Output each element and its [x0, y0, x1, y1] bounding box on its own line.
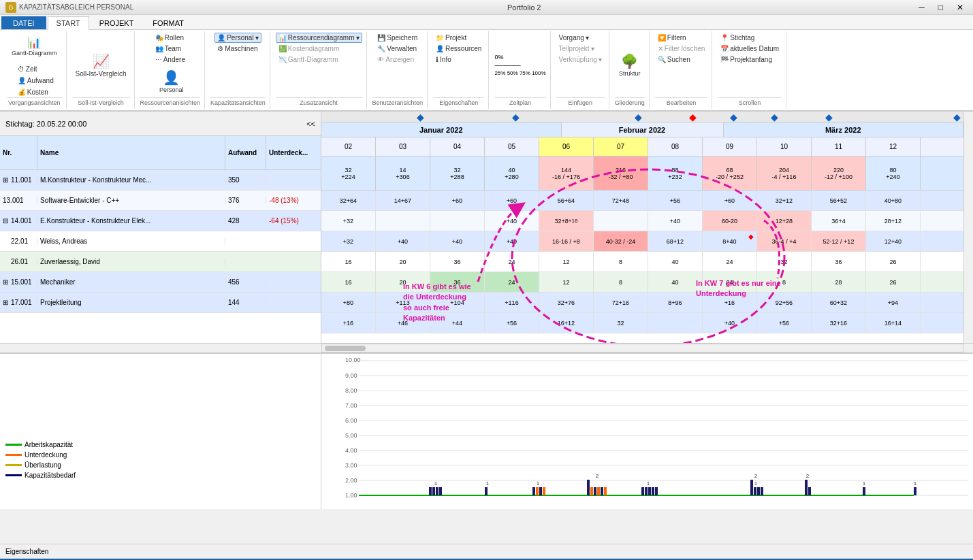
- stichtag-back-btn[interactable]: <<: [306, 120, 315, 128]
- struktur-button[interactable]: 🌳 Struktur: [616, 51, 644, 79]
- svg-text:2.00: 2.00: [345, 477, 357, 484]
- projekt-btn[interactable]: 📁 Projekt: [433, 33, 484, 43]
- window-title: Portfolio 2: [507, 3, 541, 12]
- ribbon-group-benutzer: 💾 Speichern 🔧 Verwalten 👁 Anzeigen Benut…: [368, 31, 428, 109]
- table-row[interactable]: 13.001 Software-Entwickler - C++ 376 -48…: [0, 191, 321, 211]
- table-row[interactable]: ⊞11.001 M.Konstrukteur - Konstrukteur Me…: [0, 170, 321, 191]
- horizontal-scrollbar[interactable]: [0, 343, 973, 352]
- table-row[interactable]: 26.01 Zuverlaessig, David: [0, 252, 321, 272]
- group-label-zeitplan: Zeitplan: [494, 97, 545, 108]
- gantt-btn2[interactable]: 📉 Gantt-Diagramm: [276, 54, 362, 65]
- speichern-button[interactable]: 💾 Speichern: [374, 33, 420, 43]
- month-header: Januar 2022 Februar 2022 März 2022: [321, 122, 963, 137]
- rollen-icon: 🎭: [155, 34, 163, 42]
- svg-rect-31: [532, 487, 535, 495]
- tab-start[interactable]: START: [48, 16, 89, 30]
- aktuelles-datum-btn[interactable]: 📅 aktuelles Datum: [718, 44, 782, 54]
- aufwand-button[interactable]: 👤 Aufwand: [15, 76, 57, 86]
- col-header-aufwand: Aufwand: [225, 136, 266, 169]
- projektanfang-btn[interactable]: 🏁 Projektanfang: [718, 54, 782, 65]
- diamond-marker-blue6: ◆: [825, 112, 833, 122]
- aufwand-icon: 👤: [18, 77, 26, 84]
- grid-row: +32 +40 +40 +40 16-16 / +8 40-32 / -24 6…: [321, 231, 963, 252]
- sum-10: 204-4 / +116: [757, 157, 812, 190]
- expand-icon[interactable]: ⊟: [3, 217, 8, 225]
- svg-text:1: 1: [914, 480, 917, 487]
- vorgang-btn[interactable]: Vorgang ▾: [556, 33, 605, 43]
- filterloeschen-button[interactable]: ✕ Filter löschen: [655, 44, 707, 54]
- group-label-eigenschaften: Eigenschaften: [433, 97, 484, 108]
- expand-icon[interactable]: ⊞: [3, 299, 8, 306]
- verknuepfung-btn[interactable]: Verknüpfung ▾: [556, 54, 605, 65]
- scrollbar-thumb[interactable]: [325, 346, 366, 351]
- maximize-button[interactable]: □: [934, 1, 947, 14]
- svg-text:10.00: 10.00: [345, 357, 361, 363]
- team-button[interactable]: 👥 START Team: [153, 44, 188, 54]
- soll-ist-icon: 📈: [93, 53, 110, 69]
- chart-svg: 10.00 9.00 8.00 7.00 6.00 5.00 4.00 3.00…: [321, 354, 973, 509]
- svg-rect-25: [432, 487, 435, 495]
- ressourcendiagramm-icon: 📊: [278, 34, 287, 42]
- ribbon-tabs: DATEI START PROJEKT FORMAT: [0, 15, 973, 30]
- grid-row: +16 +46 +44 +56 16+12 32 +40 +56 32+16 1…: [321, 313, 963, 333]
- week-11: 11: [812, 137, 866, 156]
- filter-icon: 🔽: [658, 34, 666, 42]
- svg-rect-37: [590, 487, 593, 495]
- filtern-button[interactable]: 🔽 Filtern: [655, 33, 707, 43]
- anzeigen-button[interactable]: 👁 Anzeigen: [374, 54, 420, 65]
- tab-format[interactable]: FORMAT: [144, 16, 193, 29]
- suchen-button[interactable]: 🔍 Suchen: [655, 54, 707, 65]
- svg-text:2: 2: [754, 473, 758, 479]
- info-btn[interactable]: ℹ Info: [433, 54, 484, 65]
- soll-ist-button[interactable]: 📈 Soll-Ist-Vergleich: [72, 51, 130, 80]
- svg-rect-33: [539, 487, 542, 495]
- group-label-vorgangsansichten: Vorgangsansichten: [7, 97, 62, 108]
- diamond-marker-blue7: ◆: [953, 112, 961, 122]
- kosten-button[interactable]: 💰 Kosten: [15, 87, 57, 97]
- month-maerz: März 2022: [724, 122, 964, 137]
- svg-rect-34: [543, 487, 545, 495]
- andere-button[interactable]: ⋯ Andere: [153, 54, 188, 65]
- kostendiagramm-icon: 💹: [278, 45, 287, 52]
- expand-icon[interactable]: ⊞: [3, 176, 8, 184]
- teilprojekt-btn[interactable]: Teilprojekt ▾: [556, 44, 605, 54]
- svg-rect-40: [601, 487, 603, 495]
- gantt-diagramm-button[interactable]: 📊 Gantt-Diagramm: [7, 33, 62, 60]
- sum-07: 216-32 / +80: [594, 157, 648, 190]
- expand-icon[interactable]: ⊞: [3, 278, 8, 286]
- zeit-button[interactable]: ⏱ Zeit: [15, 64, 57, 74]
- personal-kap-button[interactable]: 👤 Personal ▾: [214, 33, 261, 43]
- minimize-button[interactable]: ─: [914, 1, 929, 14]
- svg-rect-43: [641, 487, 644, 495]
- table-row[interactable]: 22.01 Weiss, Andreas: [0, 231, 321, 252]
- stichtag-label: Stichtag: 20.05.22 00:00: [5, 120, 86, 128]
- ribbon-group-scrollen: 📍 Stichtag 📅 aktuelles Datum 🏁 Projektan…: [714, 31, 786, 109]
- week-10: 10: [757, 137, 812, 156]
- vertical-scrollbar[interactable]: [963, 112, 973, 343]
- stichtag-scroll-btn[interactable]: 📍 Stichtag: [718, 33, 782, 43]
- verwalten-button[interactable]: 🔧 Verwalten: [374, 44, 420, 54]
- table-row[interactable]: ⊟14.001 E.Konstrukteur - Konstrukteur El…: [0, 211, 321, 231]
- rollen-button[interactable]: 🎭 Rollen: [153, 33, 188, 43]
- ribbon-group-ressourcen: 🎭 Rollen 👥 START Team ⋯ Andere 👤 Persona…: [136, 31, 206, 109]
- table-row[interactable]: ⊞17.001 Projektleitung 144: [0, 293, 321, 313]
- table-row[interactable]: ⊞15.001 Mechaniker 456: [0, 272, 321, 293]
- week-08: 08: [648, 137, 703, 156]
- ribbon-group-eigenschaften: 📁 Projekt 👤 Ressourcen ℹ Info Eigenschaf…: [429, 31, 489, 109]
- legend-label-unterdeckung: Unterdeckung: [25, 451, 67, 459]
- tab-projekt[interactable]: PROJEKT: [91, 16, 143, 29]
- kostendiagramm-button[interactable]: 💹 Kostendiagramm: [276, 44, 362, 54]
- close-button[interactable]: ✕: [953, 1, 968, 14]
- maschinen-button[interactable]: ⚙ Maschinen: [214, 44, 261, 54]
- suchen-icon: 🔍: [658, 56, 666, 63]
- personal-big-button[interactable]: 👤 Personal: [156, 67, 187, 95]
- eigenschaften-bar[interactable]: Eigenschaften: [0, 544, 973, 559]
- tab-datei[interactable]: DATEI: [1, 16, 46, 29]
- ribbon-group-zeitplan: 0% ────── 25% 50% 75% 100% Zeitplan: [490, 31, 550, 109]
- svg-text:1: 1: [537, 480, 540, 487]
- ressourcendiagramm-button[interactable]: 📊 Ressourcendiagramm ▾: [276, 33, 362, 43]
- col-header-nr: Nr.: [0, 136, 37, 169]
- svg-rect-51: [757, 487, 760, 495]
- personal-kap-icon: 👤: [217, 34, 225, 42]
- ressourcen-btn[interactable]: 👤 Ressourcen: [433, 44, 484, 54]
